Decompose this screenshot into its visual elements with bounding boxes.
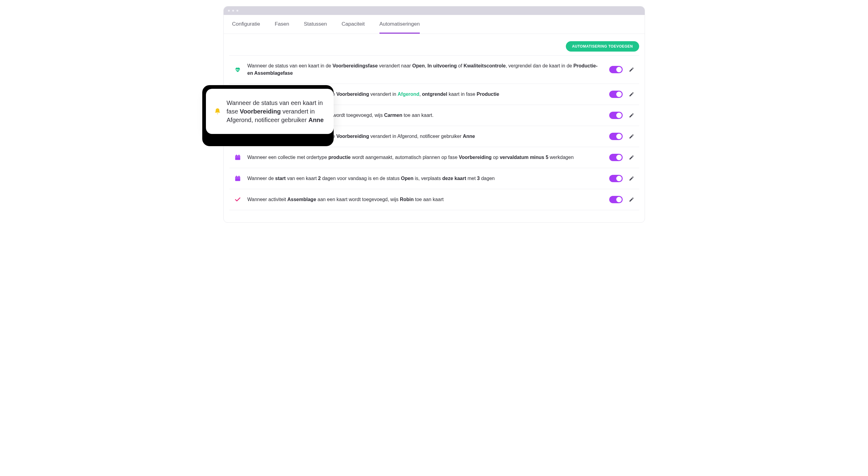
text-segment: vervaldatum minus 5 [500,155,549,160]
traffic-dot [232,10,234,11]
calendar-icon [234,175,241,182]
toolbar: AUTOMATISERING TOEVOEGEN [224,34,645,55]
text-segment: Wanneer een collectie met ordertype [247,155,329,160]
text-segment: of [457,63,463,68]
tab-configuratie[interactable]: Configuratie [232,21,260,34]
svg-rect-2 [236,155,237,156]
text-segment: van een kaart [286,176,318,181]
text-segment: deze kaart [442,176,466,181]
rule-enabled-toggle[interactable] [609,112,623,119]
text-segment: Carmen [384,112,402,118]
text-segment: aan een kaart wordt toegevoegd, wijs [316,197,400,202]
tab-capaciteit[interactable]: Capaciteit [342,21,365,34]
svg-rect-1 [235,157,240,157]
pencil-icon[interactable] [629,134,634,139]
text-segment: Anne [308,116,323,123]
pencil-icon[interactable] [629,112,634,118]
text-segment: 3 [477,176,480,181]
text-segment: , vergrendel dan de kaart in de [506,63,573,68]
pencil-icon[interactable] [629,67,634,72]
rule-enabled-toggle[interactable] [609,66,623,73]
svg-rect-4 [235,177,240,181]
svg-rect-3 [238,155,239,156]
traffic-dot [228,10,230,11]
text-segment: ontgrendel [422,92,447,97]
text-segment: Voorbereiding [459,155,492,160]
text-segment: werkdagen [549,155,574,160]
automation-popup: Wanneer de status van een kaart in fase … [206,89,334,134]
pencil-icon[interactable] [629,176,634,181]
window-titlebar [224,6,645,15]
text-segment: Assemblage [287,197,316,202]
check-icon [234,196,241,203]
rule-enabled-toggle[interactable] [609,133,623,140]
automation-rule-row: Wanneer de status van een kaart in de Vo… [229,55,639,84]
svg-rect-7 [238,176,239,177]
text-segment: op [492,155,500,160]
text-segment: dagen voor vandaag is en de status [321,176,401,181]
tab-automatiseringen[interactable]: Automatiseringen [379,21,420,34]
rule-description: Wanneer activiteit Assemblage aan een ka… [247,196,603,203]
rule-enabled-toggle[interactable] [609,196,623,203]
popup-text: Wanneer de status van een kaart in fase … [227,99,324,124]
text-segment: dagen [480,176,495,181]
app-window: ConfiguratieFasenStatussenCapaciteitAuto… [223,6,645,223]
add-automation-button[interactable]: AUTOMATISERING TOEVOEGEN [566,41,639,52]
rule-description: Wanneer de status van een kaart in de Vo… [247,62,603,77]
tabs-bar: ConfiguratieFasenStatussenCapaciteitAuto… [224,15,645,34]
bell-icon [214,107,221,115]
text-segment: start [275,176,286,181]
text-segment: verandert in [369,92,398,97]
automation-rule-row: Wanneer een collectie met ordertype prod… [229,147,639,168]
automation-rule-row: Wanneer de start van een kaart 2 dagen v… [229,168,639,189]
text-segment: Wanneer activiteit [247,197,287,202]
text-segment: Robin [400,197,414,202]
automation-rule-row: Wanneer activiteit Assemblage aan een ka… [229,189,639,210]
text-segment: kaart in fase [447,92,476,97]
traffic-dot [237,10,238,11]
svg-rect-0 [235,156,240,160]
text-segment: Voorbereiding [336,134,369,139]
pencil-icon[interactable] [629,197,634,202]
text-segment: verandert in Afgerond, notificeer gebrui… [369,134,463,139]
rule-description: Wanneer de start van een kaart 2 dagen v… [247,175,603,182]
text-segment: verandert naar [378,63,412,68]
text-segment: Productie [476,92,499,97]
text-segment: Voorbereiding [240,108,281,115]
text-segment: , [419,92,422,97]
text-segment: , [425,63,428,68]
pencil-icon[interactable] [629,92,634,97]
text-segment: Voorbereidingsfase [333,63,378,68]
pencil-icon[interactable] [629,155,634,160]
tab-statussen[interactable]: Statussen [304,21,327,34]
text-segment: Open [412,63,425,68]
text-segment: In uitvoering [428,63,457,68]
heart-icon [234,66,241,73]
text-segment: Wanneer de [247,176,275,181]
text-segment: toe aan kaart [414,197,444,202]
rule-description: Wanneer een collectie met ordertype prod… [247,154,603,161]
text-segment: Anne [463,134,475,139]
text-segment: productie [329,155,351,160]
text-segment: Kwaliteitscontrole [463,63,506,68]
text-segment: Wanneer de status van een kaart in de [247,63,333,68]
svg-rect-5 [235,178,240,178]
text-segment: is, verplaats [413,176,442,181]
svg-rect-6 [236,176,237,177]
rule-enabled-toggle[interactable] [609,154,623,161]
rule-enabled-toggle[interactable] [609,175,623,182]
calendar-icon [234,154,241,161]
text-segment: Voorbereiding [336,92,369,97]
text-segment: Open [401,176,413,181]
text-segment: 2 [318,176,321,181]
text-segment: toe aan kaart. [402,112,434,118]
tab-fasen[interactable]: Fasen [275,21,289,34]
text-segment: met [466,176,477,181]
rule-enabled-toggle[interactable] [609,91,623,98]
text-segment: Afgerond [398,92,419,97]
text-segment: wordt aangemaakt, automatisch plannen op… [351,155,459,160]
